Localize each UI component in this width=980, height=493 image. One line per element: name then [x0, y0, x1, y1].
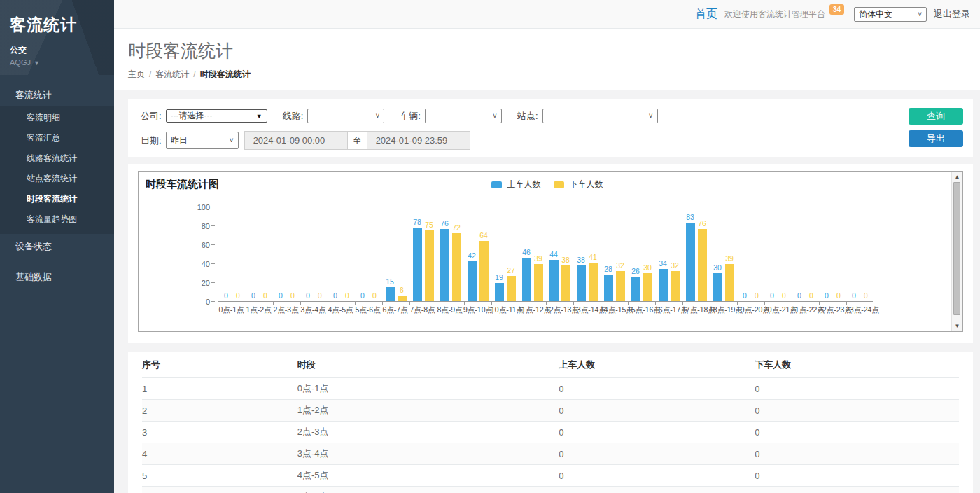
company-select-value: ---请选择--- [171, 110, 213, 122]
table-body: 10点-1点0021点-2点0032点-3点0043点-4点0054点-5点00… [142, 378, 959, 493]
sidebar: 客流统计 公交 AQGJ▼ 客流统计 客流明细 客流汇总 线路客流统计 站点客流… [0, 0, 114, 493]
chart-title: 时段车流统计图 [146, 178, 219, 191]
line-select[interactable]: ˅ [307, 109, 384, 123]
x-axis-label: 3点-4点 [300, 305, 327, 315]
bar-下车人数: 39 [534, 264, 543, 301]
bar-下车人数: 41 [589, 263, 598, 301]
x-axis-label: 19点-20点 [736, 305, 764, 315]
bar-下车人数: 75 [425, 230, 434, 301]
bar-上车人数: 78 [413, 228, 422, 301]
bar-value-label: 78 [413, 218, 421, 226]
y-axis-label: 20 [202, 279, 210, 287]
table-cell: 0 [755, 465, 959, 487]
bar-value-label: 0 [809, 291, 813, 300]
bar-value-label: 32 [616, 261, 624, 270]
bar-value-label: 38 [577, 256, 585, 264]
breadcrumb-home[interactable]: 主页 [128, 69, 145, 79]
user-dropdown[interactable]: AQGJ▼ [10, 58, 104, 67]
chart-scrollbar[interactable]: ▲ ▼ [951, 172, 962, 331]
bar-value-label: 0 [782, 291, 786, 300]
welcome-text: 欢迎使用客流统计管理平台 [724, 8, 825, 20]
x-axis-label: 11点-12点 [518, 305, 545, 315]
sidebar-item-flow-summary[interactable]: 客流汇总 [0, 128, 114, 148]
chevron-down-icon: ˅ [918, 11, 922, 18]
vehicle-select[interactable]: ˅ [425, 109, 502, 123]
query-button[interactable]: 查询 [909, 108, 963, 125]
sidebar-item-period-stats[interactable]: 时段客流统计 [0, 189, 114, 209]
table-row: 10点-1点00 [142, 378, 959, 400]
bar-value-label: 38 [561, 256, 570, 264]
bar-下车人数: 27 [507, 276, 516, 301]
chart-bar-group: 00 [846, 207, 874, 301]
chart-legend: 上车人数 下车人数 [491, 179, 610, 190]
sidebar-submenu: 客流明细 客流汇总 线路客流统计 站点客流统计 时段客流统计 客流量趋势图 [0, 106, 114, 234]
chart-bar-group: 3841 [573, 207, 601, 301]
chart-xlabels: 0点-1点1点-2点2点-3点3点-4点4点-5点5点-6点6点-7点7点-8点… [218, 305, 873, 315]
sidebar-item-station-stats[interactable]: 站点客流统计 [0, 169, 114, 189]
date-from-input[interactable] [244, 131, 348, 150]
table-cell: 0 [559, 400, 755, 422]
chart-bar-group: 00 [355, 207, 382, 301]
filter-panel: 公司: ---请选择--- ▼ 线路: ˅ 车辆: ˅ 站点 [128, 99, 973, 157]
company-select[interactable]: ---请选择--- ▼ [166, 109, 267, 123]
x-axis-label: 20点-21点 [764, 305, 791, 315]
sidebar-item-device-status[interactable]: 设备状态 [0, 234, 114, 259]
table-cell: 2 [142, 400, 298, 422]
table-cell: 2点-3点 [298, 422, 559, 443]
x-axis-label: 4点-5点 [327, 305, 354, 315]
chart-bar-group: 1927 [491, 207, 519, 301]
station-select[interactable]: ˅ [542, 109, 658, 123]
table-row: 32点-3点00 [142, 422, 959, 443]
bar-value-label: 32 [671, 261, 679, 270]
table-header-row: 序号 时段 上车人数 下车人数 [142, 352, 959, 378]
chart-bar-group: 8376 [682, 207, 710, 301]
bar-value-label: 27 [507, 266, 515, 275]
bar-下车人数: 64 [479, 241, 489, 301]
sidebar-item-flow-detail[interactable]: 客流明细 [0, 108, 114, 128]
table-row: 54点-5点00 [142, 465, 959, 487]
export-button[interactable]: 导出 [909, 130, 963, 147]
bar-value-label: 30 [643, 263, 652, 272]
x-axis-label: 12点-13点 [545, 305, 573, 315]
app-brand: 客流统计 [10, 14, 104, 36]
notification-badge: 34 [830, 4, 844, 15]
bar-上车人数: 42 [468, 261, 477, 301]
date-label: 日期: [141, 134, 162, 147]
home-link[interactable]: 首页 [695, 7, 718, 22]
sidebar-item-passenger-stats[interactable]: 客流统计 [0, 84, 114, 106]
bar-value-label: 19 [495, 273, 503, 282]
date-preset-select[interactable]: 昨日 ˅ [166, 132, 239, 149]
bar-上车人数: 15 [386, 287, 395, 301]
bar-value-label: 28 [604, 265, 612, 273]
sidebar-item-line-stats[interactable]: 线路客流统计 [0, 148, 114, 169]
chart-bar-group: 00 [273, 207, 300, 301]
x-axis-label: 22点-23点 [818, 305, 846, 315]
bar-value-label: 0 [836, 291, 841, 300]
bar-value-label: 0 [797, 291, 802, 300]
scrollbar-down-arrow-icon[interactable]: ▼ [952, 321, 962, 331]
sidebar-header: 客流统计 公交 AQGJ▼ [0, 0, 114, 75]
scrollbar-thumb[interactable] [953, 182, 960, 315]
breadcrumb-parent[interactable]: 客流统计 [155, 69, 189, 79]
sidebar-nav: 客流统计 客流明细 客流汇总 线路客流统计 站点客流统计 时段客流统计 客流量趋… [0, 84, 114, 290]
language-select[interactable]: 简体中文 ˅ [854, 7, 927, 22]
station-label: 站点: [517, 110, 538, 123]
bar-value-label: 0 [263, 291, 267, 300]
bar-上车人数: 76 [440, 229, 449, 301]
scrollbar-up-arrow-icon[interactable]: ▲ [952, 172, 962, 181]
org-name: 公交 [10, 44, 104, 56]
date-range-separator: 至 [348, 131, 367, 150]
sidebar-item-base-data[interactable]: 基础数据 [0, 265, 114, 290]
bar-value-label: 0 [372, 291, 377, 300]
bar-上车人数: 38 [577, 265, 586, 301]
sidebar-item-trend-chart[interactable]: 客流量趋势图 [0, 209, 114, 230]
date-to-input[interactable] [367, 131, 470, 150]
bar-value-label: 39 [534, 254, 542, 263]
x-axis-label: 16点-17点 [654, 305, 682, 315]
logout-link[interactable]: 退出登录 [934, 8, 970, 20]
chart-bar-group: 00 [328, 207, 355, 301]
bar-value-label: 0 [290, 291, 295, 300]
x-axis-label: 0点-1点 [218, 305, 245, 315]
bar-下车人数: 32 [616, 271, 625, 301]
col-header-period: 时段 [298, 352, 559, 378]
